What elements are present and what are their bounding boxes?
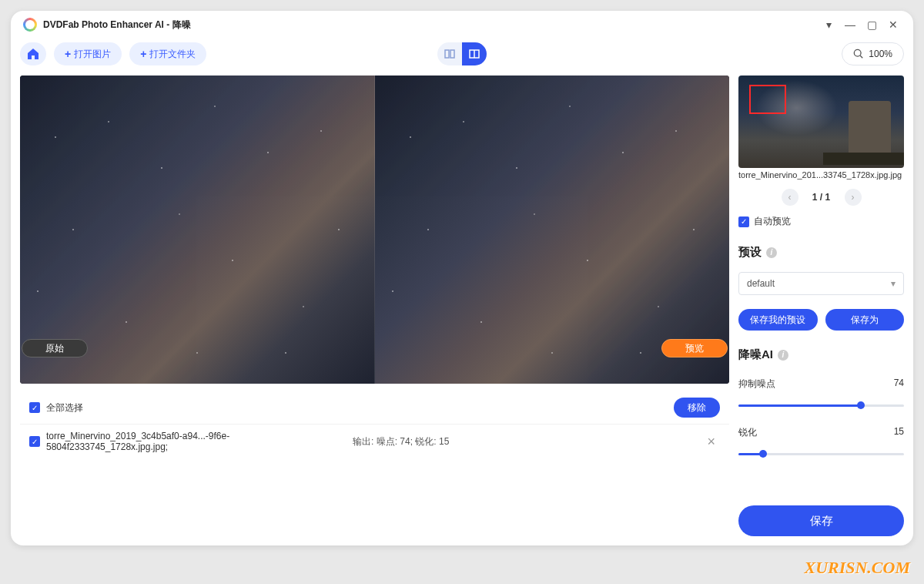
sharpen-slider[interactable] xyxy=(738,448,904,459)
file-list-panel: ✓ 全部选择 移除 ✓ torre_Minervino_2019_3c4b5af… xyxy=(20,391,729,536)
menu-down-icon[interactable]: ▾ xyxy=(821,17,836,32)
denoise-section-title: 降噪AI i xyxy=(738,347,904,362)
preview-badge: 预览 xyxy=(661,339,728,357)
file-list-header: ✓ 全部选择 移除 xyxy=(20,391,729,424)
thumbnail-filename: torre_Minervino_201...33745_1728x.jpg.jp… xyxy=(738,170,904,180)
save-button[interactable]: 保存 xyxy=(738,505,904,536)
image-pager: ‹ 1 / 1 › xyxy=(738,189,904,206)
save-as-button[interactable]: 保存为 xyxy=(825,309,905,331)
save-my-preset-button[interactable]: 保存我的预设 xyxy=(738,309,818,331)
svg-line-5 xyxy=(860,55,862,58)
prev-image-button[interactable]: ‹ xyxy=(782,189,798,206)
left-pane: 原始 预览 ✓ 全部选择 移除 ✓ torre_Minervino_2019_3… xyxy=(20,76,729,536)
plus-icon: + xyxy=(65,48,71,60)
info-icon[interactable]: i xyxy=(778,350,788,361)
right-pane: torre_Minervino_201...33745_1728x.jpg.jp… xyxy=(738,76,904,536)
preset-section-title: 预设 i xyxy=(738,245,904,260)
auto-preview-row: ✓ 自动预览 xyxy=(738,215,904,228)
noise-slider[interactable] xyxy=(738,400,904,411)
info-icon[interactable]: i xyxy=(766,247,777,258)
original-image xyxy=(20,76,374,384)
window-title: DVDFab Photo Enhancer AI - 降噪 xyxy=(43,18,191,32)
thumbnail-container: torre_Minervino_201...33745_1728x.jpg.jp… xyxy=(738,76,904,180)
pager-text: 1 / 1 xyxy=(812,192,830,203)
app-window: DVDFab Photo Enhancer AI - 降噪 ▾ — ▢ ✕ +打… xyxy=(11,11,913,545)
next-image-button[interactable]: › xyxy=(845,189,862,206)
sharpen-slider-row: 锐化 15 xyxy=(738,426,904,439)
select-all-label: 全部选择 xyxy=(46,401,83,415)
svg-point-4 xyxy=(855,49,862,56)
view-mode-segment xyxy=(437,42,487,65)
open-folder-button[interactable]: +打开文件夹 xyxy=(129,42,206,65)
tower-shape xyxy=(849,101,891,159)
navigator-thumbnail[interactable] xyxy=(738,76,904,168)
processed-image xyxy=(374,76,729,384)
single-view-button[interactable] xyxy=(437,42,462,65)
minimize-icon[interactable]: — xyxy=(842,17,858,32)
split-view-button[interactable] xyxy=(462,42,487,65)
watermark: XURISN.COM xyxy=(804,558,910,578)
app-icon xyxy=(23,18,37,32)
preset-dropdown[interactable]: default xyxy=(738,272,904,295)
noise-slider-row: 抑制噪点 74 xyxy=(738,378,904,391)
original-badge: 原始 xyxy=(22,339,88,357)
preview-viewport[interactable]: 原始 预览 xyxy=(20,76,729,384)
noise-label: 抑制噪点 xyxy=(738,378,775,391)
preset-buttons: 保存我的预设 保存为 xyxy=(738,309,904,331)
main-toolbar: +打开图片 +打开文件夹 100% xyxy=(11,39,913,69)
file-remove-icon[interactable]: × xyxy=(702,434,720,450)
file-output-info: 输出: 噪点: 74; 锐化: 15 xyxy=(353,435,696,448)
sharpen-label: 锐化 xyxy=(738,426,757,439)
home-button[interactable] xyxy=(20,42,46,65)
maximize-icon[interactable]: ▢ xyxy=(864,17,879,32)
magnifier-icon xyxy=(853,49,864,59)
svg-rect-0 xyxy=(445,50,449,58)
zoom-control[interactable]: 100% xyxy=(842,42,904,65)
svg-rect-1 xyxy=(450,50,454,58)
file-row[interactable]: ✓ torre_Minervino_2019_3c4b5af0-a94...-9… xyxy=(20,424,729,458)
plus-icon: + xyxy=(140,48,146,60)
file-name: torre_Minervino_2019_3c4b5af0-a94...-9f6… xyxy=(46,431,346,452)
noise-value: 74 xyxy=(894,378,904,391)
remove-button[interactable]: 移除 xyxy=(674,398,720,418)
title-bar: DVDFab Photo Enhancer AI - 降噪 ▾ — ▢ ✕ xyxy=(11,11,913,39)
zoom-value: 100% xyxy=(869,49,892,59)
main-area: 原始 预览 ✓ 全部选择 移除 ✓ torre_Minervino_2019_3… xyxy=(11,69,913,545)
auto-preview-checkbox[interactable]: ✓ xyxy=(738,216,749,227)
open-image-button[interactable]: +打开图片 xyxy=(54,42,122,65)
file-checkbox[interactable]: ✓ xyxy=(29,436,40,447)
auto-preview-label: 自动预览 xyxy=(754,215,791,228)
viewport-indicator[interactable] xyxy=(749,85,786,114)
sharpen-value: 15 xyxy=(894,426,904,439)
close-icon[interactable]: ✕ xyxy=(886,17,901,32)
select-all-checkbox[interactable]: ✓ xyxy=(29,402,40,413)
